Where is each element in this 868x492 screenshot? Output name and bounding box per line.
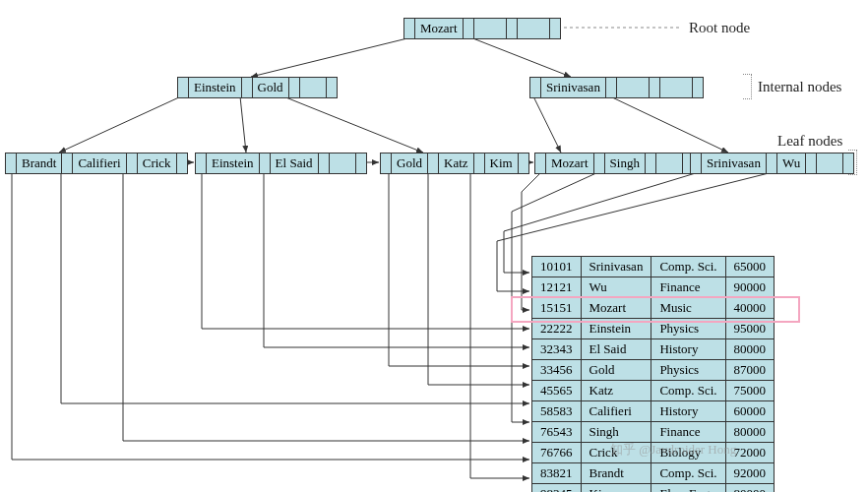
table-cell: Califieri (581, 401, 651, 422)
leaf-node-2: Gold Katz Kim (380, 153, 529, 174)
root-node-label: Root node (689, 20, 750, 36)
table-cell: Finance (651, 277, 725, 298)
svg-line-0 (251, 37, 411, 77)
table-cell: Finance (651, 422, 725, 443)
leaf-key: Mozart (546, 154, 594, 173)
leaf-key: Wu (777, 154, 806, 173)
internal-key: Srinivasan (541, 78, 606, 97)
table-cell: Comp. Sci. (651, 463, 725, 484)
table-cell: Music (651, 298, 725, 319)
table-cell: 76543 (532, 422, 582, 443)
internal-node-0: Einstein Gold (177, 77, 338, 98)
leaf-brace (848, 150, 857, 175)
leaf-key: Gold (392, 154, 428, 173)
table-cell: 60000 (725, 401, 775, 422)
table-cell: Comp. Sci. (651, 257, 725, 277)
table-row: 76543SinghFinance80000 (532, 422, 775, 443)
table-row: 33456GoldPhysics87000 (532, 360, 775, 381)
leaf-key: Brandt (17, 154, 62, 173)
table-cell: Mozart (581, 298, 651, 319)
leaf-key: Califieri (73, 154, 126, 173)
table-cell: 80000 (725, 484, 775, 493)
leaf-key: El Said (271, 154, 319, 173)
table-cell: Gold (581, 360, 651, 381)
leaf-node-1: Einstein El Said (195, 153, 367, 174)
table-row: 83821BrandtComp. Sci.92000 (532, 463, 775, 484)
leaf-node-4: Srinivasan Wu (690, 153, 854, 174)
leaf-key: Einstein (207, 154, 260, 173)
table-cell: 15151 (532, 298, 582, 319)
table-cell: 83821 (532, 463, 582, 484)
leaf-key: Srinivasan (702, 154, 767, 173)
table-cell: 40000 (725, 298, 775, 319)
table-cell: 95000 (725, 319, 775, 339)
svg-line-6 (610, 96, 728, 153)
table-cell: Brandt (581, 463, 651, 484)
internal-key: Gold (253, 78, 289, 97)
table-cell: 75000 (725, 381, 775, 401)
leaf-key: Katz (439, 154, 474, 173)
svg-line-5 (533, 96, 561, 153)
table-cell: Physics (651, 319, 725, 339)
internal-nodes-label: Internal nodes (758, 79, 841, 95)
leaf-key: Crick (138, 154, 177, 173)
table-cell: Singh (581, 422, 651, 443)
table-cell: History (651, 401, 725, 422)
svg-line-2 (59, 96, 181, 153)
table-cell: 92000 (725, 463, 775, 484)
table-cell: 10101 (532, 257, 582, 277)
table-cell: 80000 (725, 422, 775, 443)
table-cell: 12121 (532, 277, 582, 298)
root-key: Mozart (415, 19, 464, 38)
table-cell: Einstein (581, 319, 651, 339)
table-row: 12121WuFinance90000 (532, 277, 775, 298)
watermark-text: 知乎 @Javdroider Hong (610, 441, 736, 459)
table-cell: Comp. Sci. (651, 381, 725, 401)
table-cell: 87000 (725, 360, 775, 381)
table-cell: 45565 (532, 381, 582, 401)
root-node: Mozart (403, 18, 561, 39)
svg-line-3 (240, 96, 246, 153)
table-row: 45565KatzComp. Sci.75000 (532, 381, 775, 401)
leaf-key: Singh (605, 154, 646, 173)
table-row: 15151MozartMusic40000 (532, 298, 775, 319)
table-row: 98345KimElec. Eng.80000 (532, 484, 775, 493)
internal-brace (743, 74, 752, 99)
leaf-node-0: Brandt Califieri Crick (5, 153, 188, 174)
table-cell: 22222 (532, 319, 582, 339)
table-row: 58583CalifieriHistory60000 (532, 401, 775, 422)
table-cell: Physics (651, 360, 725, 381)
table-cell: 65000 (725, 257, 775, 277)
table-cell: 33456 (532, 360, 582, 381)
table-cell: El Said (581, 339, 651, 360)
table-row: 32343El SaidHistory80000 (532, 339, 775, 360)
table-row: 22222EinsteinPhysics95000 (532, 319, 775, 339)
leaf-node-3: Mozart Singh (534, 153, 694, 174)
table-cell: Elec. Eng. (651, 484, 725, 493)
svg-line-1 (470, 37, 571, 77)
table-cell: 32343 (532, 339, 582, 360)
table-cell: Wu (581, 277, 651, 298)
table-cell: Katz (581, 381, 651, 401)
internal-node-1: Srinivasan (529, 77, 704, 98)
table-cell: 76766 (532, 443, 582, 463)
table-cell: 90000 (725, 277, 775, 298)
table-cell: 58583 (532, 401, 582, 422)
table-cell: 98345 (532, 484, 582, 493)
table-row: 10101SrinivasanComp. Sci.65000 (532, 257, 775, 277)
internal-key: Einstein (189, 78, 242, 97)
leaf-nodes-label: Leaf nodes (777, 133, 842, 150)
table-cell: 80000 (725, 339, 775, 360)
svg-line-4 (283, 96, 423, 153)
table-cell: Srinivasan (581, 257, 651, 277)
table-cell: Kim (581, 484, 651, 493)
table-cell: History (651, 339, 725, 360)
leaf-key: Kim (485, 154, 519, 173)
